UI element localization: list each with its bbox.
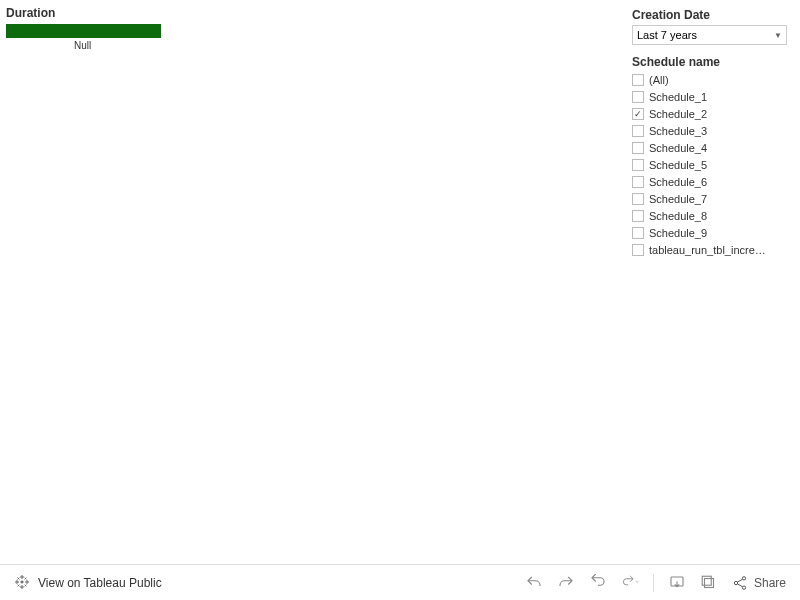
share-button[interactable]: Share: [732, 575, 786, 591]
forward-menu-button[interactable]: [621, 574, 639, 592]
redo-button[interactable]: [557, 574, 575, 592]
checkbox-label: Schedule_9: [649, 227, 707, 239]
checkbox-label: Schedule_5: [649, 159, 707, 171]
checkbox-label: Schedule_8: [649, 210, 707, 222]
checkbox-icon: [632, 227, 644, 239]
checkbox-item-tableau-run[interactable]: tableau_run_tbl_incre…: [632, 242, 794, 258]
separator: [653, 574, 654, 592]
bar-segment[interactable]: [6, 24, 161, 38]
checkbox-icon: [632, 74, 644, 86]
checkbox-item-schedule-2[interactable]: ✓ Schedule_2: [632, 106, 794, 122]
checkbox-label: (All): [649, 74, 669, 86]
toolbar: View on Tableau Public Share: [0, 564, 800, 600]
svg-rect-1: [704, 578, 713, 587]
replay-button[interactable]: [589, 574, 607, 592]
checkbox-item-schedule-8[interactable]: Schedule_8: [632, 208, 794, 224]
svg-point-3: [742, 576, 745, 579]
tableau-logo-icon: [14, 574, 30, 592]
share-icon: [732, 575, 748, 591]
creation-date-dropdown[interactable]: Last 7 years ▼: [632, 25, 787, 45]
checkbox-label: Schedule_7: [649, 193, 707, 205]
view-on-tableau-label: View on Tableau Public: [38, 576, 162, 590]
checkbox-icon: ✓: [632, 108, 644, 120]
checkbox-label: tableau_run_tbl_incre…: [649, 244, 766, 256]
checkbox-label: Schedule_3: [649, 125, 707, 137]
chevron-down-icon: ▼: [774, 31, 782, 40]
creation-date-title: Creation Date: [632, 8, 794, 22]
checkbox-item-schedule-7[interactable]: Schedule_7: [632, 191, 794, 207]
checkbox-label: Schedule_6: [649, 176, 707, 188]
checkbox-label: Schedule_2: [649, 108, 707, 120]
view-on-tableau-link[interactable]: View on Tableau Public: [14, 574, 162, 592]
svg-point-4: [734, 581, 737, 584]
share-label: Share: [754, 576, 786, 590]
svg-rect-2: [702, 576, 711, 585]
checkbox-icon: [632, 176, 644, 188]
undo-button[interactable]: [525, 574, 543, 592]
toolbar-actions: Share: [525, 574, 786, 592]
checkbox-icon: [632, 125, 644, 137]
checkbox-item-schedule-1[interactable]: Schedule_1: [632, 89, 794, 105]
checkbox-item-schedule-6[interactable]: Schedule_6: [632, 174, 794, 190]
checkbox-icon: [632, 159, 644, 171]
checkbox-icon: [632, 210, 644, 222]
fullscreen-button[interactable]: [700, 574, 718, 592]
schedule-name-title: Schedule name: [632, 55, 794, 69]
schedule-checkbox-list: (All) Schedule_1 ✓ Schedule_2 Schedule_3…: [632, 72, 794, 258]
creation-date-value: Last 7 years: [637, 29, 697, 41]
checkbox-item-schedule-9[interactable]: Schedule_9: [632, 225, 794, 241]
checkbox-item-all[interactable]: (All): [632, 72, 794, 88]
download-button[interactable]: [668, 574, 686, 592]
checkbox-icon: [632, 193, 644, 205]
checkbox-item-schedule-3[interactable]: Schedule_3: [632, 123, 794, 139]
checkbox-icon: [632, 91, 644, 103]
checkbox-icon: [632, 244, 644, 256]
svg-point-5: [742, 586, 745, 589]
checkbox-label: Schedule_1: [649, 91, 707, 103]
null-label: Null: [74, 40, 632, 51]
chart-panel: Duration Null: [6, 6, 632, 554]
checkbox-icon: [632, 142, 644, 154]
filter-panel: Creation Date Last 7 years ▼ Schedule na…: [632, 6, 794, 554]
checkbox-item-schedule-4[interactable]: Schedule_4: [632, 140, 794, 156]
checkbox-item-schedule-5[interactable]: Schedule_5: [632, 157, 794, 173]
chart-title: Duration: [6, 6, 632, 20]
checkbox-label: Schedule_4: [649, 142, 707, 154]
